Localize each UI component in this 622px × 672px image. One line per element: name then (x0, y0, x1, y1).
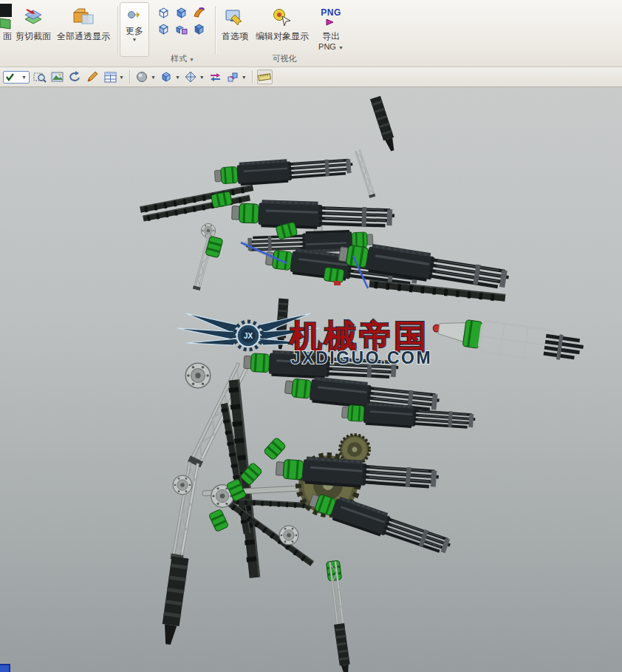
clip-section-icon (23, 4, 44, 30)
style-cube-shaded-icon[interactable] (174, 6, 189, 20)
preferences-icon (225, 4, 245, 30)
selection-filter-dropdown[interactable]: ▼ (3, 71, 30, 84)
measure-icon[interactable] (257, 69, 273, 84)
watermark-monogram: JX (244, 332, 253, 340)
ribbon-separator (117, 6, 118, 55)
style-group-label[interactable]: 样式 ▼ (151, 53, 213, 64)
preferences-button[interactable]: 首选项 (217, 2, 253, 41)
graphics-viewport[interactable]: JX 机械帝国 JXDIGUO.COM (0, 87, 622, 672)
edit-object-display-icon (272, 4, 293, 30)
export-label: 导出 (322, 31, 340, 41)
visualization-group: 首选项 编辑对象显示 PNG 导出 PNG ▼ (217, 0, 352, 67)
partial-section-button[interactable]: 面 (0, 2, 15, 41)
side-minigun (431, 314, 585, 366)
grid-dropdown-arrow[interactable]: ▼ (119, 75, 124, 80)
view-orient-arrow[interactable]: ▼ (199, 75, 205, 80)
show-translucent-button[interactable]: 全部通透显示 (52, 2, 115, 41)
partial-section-icon (0, 4, 15, 30)
edit-object-display-button[interactable]: 编辑对象显示 (254, 2, 310, 41)
clip-section-label: 剪切截面 (16, 31, 51, 41)
rotate-view-icon[interactable] (67, 69, 83, 84)
grid-list-icon[interactable] (103, 69, 118, 84)
export-png-arrow-icon (325, 18, 337, 27)
ribbon: 面 剪切截面 全部通透显示 (0, 0, 622, 67)
lower-assembly (160, 349, 476, 672)
3d-assembly-model[interactable]: JX 机械帝国 JXDIGUO.COM (0, 87, 622, 672)
snapshot-icon[interactable] (49, 69, 65, 84)
show-translucent-label: 全部通透显示 (57, 31, 110, 41)
preferences-label: 首选项 (222, 31, 248, 41)
render-cube-icon[interactable] (159, 69, 174, 84)
style-cube-light-icon[interactable] (156, 22, 171, 36)
upper-assembly (140, 96, 510, 350)
quick-toolbar: ▼ ▼ (0, 67, 622, 87)
edit-object-display-label: 编辑对象显示 (256, 31, 309, 41)
style-group: 样式 ▼ (151, 0, 213, 67)
edit-style-icon[interactable] (85, 69, 100, 84)
transform-arrow[interactable]: ▼ (242, 75, 247, 80)
export-sub-label[interactable]: PNG ▼ (318, 42, 344, 51)
show-translucent-icon (72, 4, 95, 30)
style-cube-pair-icon[interactable] (174, 22, 189, 36)
more-dropdown-arrow[interactable]: ▼ (132, 37, 137, 43)
toolbar-separator (129, 70, 130, 84)
watermark-subtitle: JXDIGUO.COM (291, 348, 432, 367)
ribbon-separator (215, 6, 216, 55)
clip-section-button[interactable]: 剪切截面 (16, 2, 51, 41)
export-png-button[interactable]: PNG 导出 PNG ▼ (312, 2, 350, 51)
visualization-group-label: 可视化 (217, 53, 352, 64)
viewport-corner-widget[interactable] (0, 664, 10, 672)
style-group-arrow: ▼ (189, 57, 194, 62)
more-label: 更多 (126, 26, 143, 36)
clip-arrows-icon[interactable] (208, 69, 223, 84)
more-button[interactable]: 更多 ▼ (120, 2, 149, 57)
style-artistic-icon[interactable] (191, 6, 207, 20)
zoom-area-icon[interactable] (32, 69, 47, 84)
partial-section-label: 面 (3, 31, 12, 41)
more-icon (127, 4, 142, 25)
filter-check-icon (5, 72, 15, 81)
render-sphere-icon[interactable] (134, 69, 150, 84)
toolbar-separator (252, 70, 253, 84)
png-badge: PNG (321, 8, 341, 18)
render-cube-arrow[interactable]: ▼ (175, 75, 180, 80)
watermark: JX 机械帝国 JXDIGUO.COM (177, 313, 432, 367)
view-orient-icon[interactable] (183, 69, 199, 84)
transform-icon[interactable] (225, 69, 241, 84)
style-cube-dark-icon[interactable] (191, 22, 207, 36)
export-dropdown-arrow: ▼ (338, 45, 344, 50)
style-cube-wire-icon[interactable] (156, 6, 171, 20)
render-sphere-arrow[interactable]: ▼ (151, 75, 156, 80)
